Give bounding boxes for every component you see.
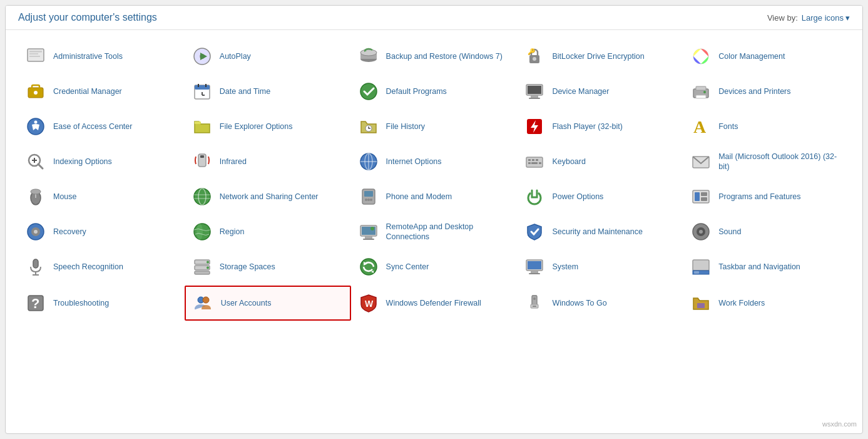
bitlocker-icon: 🔑 <box>523 45 546 68</box>
administrative-tools-label: Administrative Tools <box>53 51 123 61</box>
control-item-infrared[interactable]: Infrared <box>185 145 351 178</box>
indexing-options-icon <box>24 150 47 173</box>
autoplay-label: AutoPlay <box>220 51 251 61</box>
storage-spaces-icon <box>191 256 213 278</box>
control-item-devices-printers[interactable]: Devices and Printers <box>683 75 850 108</box>
control-item-bitlocker[interactable]: 🔑BitLocker Drive Encryption <box>517 40 683 73</box>
control-item-mouse[interactable]: Mouse <box>18 180 185 213</box>
control-item-taskbar-navigation[interactable]: Taskbar and Navigation <box>683 250 850 283</box>
svg-point-9 <box>360 49 377 56</box>
svg-point-68 <box>367 199 370 201</box>
windows-to-go-label: Windows To Go <box>552 298 606 308</box>
svg-rect-92 <box>195 271 210 274</box>
view-by-value: Large icons <box>802 13 844 23</box>
control-item-internet-options[interactable]: Internet Options <box>351 145 518 178</box>
control-item-administrative-tools[interactable]: Administrative Tools <box>18 40 185 73</box>
control-item-region[interactable]: Region <box>185 215 351 248</box>
work-folders-label: Work Folders <box>718 298 765 308</box>
svg-text:?: ? <box>31 296 39 311</box>
control-item-sync-center[interactable]: Sync Center <box>351 250 518 283</box>
view-by-container: View by: Large icons ▾ <box>767 13 850 23</box>
ease-of-access-icon <box>24 115 47 138</box>
infrared-icon <box>191 150 213 173</box>
svg-point-32 <box>703 91 706 93</box>
control-item-system[interactable]: System <box>517 250 683 283</box>
control-item-recovery[interactable]: Recovery <box>18 215 185 248</box>
sync-center-label: Sync Center <box>386 262 429 272</box>
svg-rect-99 <box>528 261 541 269</box>
security-maintenance-label: Security and Maintenance <box>552 227 643 237</box>
svg-rect-27 <box>531 95 538 98</box>
backup-restore-icon <box>357 45 380 68</box>
recovery-label: Recovery <box>53 227 86 237</box>
date-time-icon <box>191 80 213 103</box>
control-item-work-folders[interactable]: Work Folders <box>683 286 850 321</box>
security-maintenance-icon <box>523 220 546 243</box>
control-item-sound[interactable]: Sound <box>683 215 850 248</box>
control-item-security-maintenance[interactable]: Security and Maintenance <box>517 215 683 248</box>
svg-point-93 <box>207 261 209 264</box>
control-item-default-programs[interactable]: Default Programs <box>351 75 518 108</box>
recovery-icon <box>24 220 47 243</box>
flash-player-icon <box>523 115 546 138</box>
control-item-ease-of-access[interactable]: Ease of Access Center <box>18 110 185 143</box>
control-item-flash-player[interactable]: Flash Player (32-bit) <box>517 110 683 143</box>
control-item-keyboard[interactable]: Keyboard <box>517 145 683 178</box>
internet-options-icon <box>357 150 380 173</box>
svg-point-17 <box>34 91 38 95</box>
control-item-backup-restore[interactable]: Backup and Restore (Windows 7) <box>351 40 518 73</box>
control-item-file-explorer-options[interactable]: File Explorer Options <box>185 110 351 143</box>
control-item-speech-recognition[interactable]: Speech Recognition <box>18 250 185 283</box>
control-item-remoteapp[interactable]: RemoteApp and Desktop Connections <box>351 215 518 248</box>
svg-rect-3 <box>29 56 40 57</box>
user-accounts-icon <box>192 292 215 314</box>
troubleshooting-icon: ? <box>24 292 47 314</box>
control-item-troubleshooting[interactable]: ?Troubleshooting <box>18 286 185 321</box>
control-item-power-options[interactable]: Power Options <box>517 180 683 213</box>
svg-rect-71 <box>695 192 700 201</box>
control-item-user-accounts[interactable]: User Accounts <box>185 286 351 321</box>
control-item-credential-manager[interactable]: Credential Manager <box>18 75 185 108</box>
control-item-color-management[interactable]: Color Management <box>683 40 850 73</box>
control-item-indexing-options[interactable]: Indexing Options <box>18 145 185 178</box>
control-item-file-history[interactable]: File History <box>351 110 518 143</box>
view-by-label: View by: <box>767 13 798 23</box>
color-management-icon <box>690 45 712 68</box>
date-time-label: Date and Time <box>220 86 270 96</box>
svg-rect-19 <box>195 85 210 90</box>
storage-spaces-label: Storage Spaces <box>220 262 275 272</box>
items-grid: Administrative ToolsAutoPlayBackup and R… <box>18 40 850 321</box>
region-label: Region <box>220 227 245 237</box>
svg-point-69 <box>370 199 372 201</box>
network-sharing-icon <box>191 185 213 208</box>
fonts-icon: A <box>690 115 712 138</box>
control-item-storage-spaces[interactable]: Storage Spaces <box>185 250 351 283</box>
windows-to-go-icon <box>523 292 546 314</box>
view-by-dropdown[interactable]: Large icons ▾ <box>802 13 850 23</box>
svg-point-113 <box>533 297 536 300</box>
control-item-windows-defender[interactable]: WWindows Defender Firewall <box>351 286 518 321</box>
windows-defender-icon: W <box>357 292 380 314</box>
control-item-autoplay[interactable]: AutoPlay <box>185 40 351 73</box>
control-item-windows-to-go[interactable]: Windows To Go <box>517 286 683 321</box>
control-item-programs-features[interactable]: Programs and Features <box>683 180 850 213</box>
control-item-network-sharing[interactable]: Network and Sharing Center <box>185 180 351 213</box>
control-item-mail[interactable]: Mail (Microsoft Outlook 2016) (32-bit) <box>683 145 850 178</box>
control-item-device-manager[interactable]: Device Manager <box>517 75 683 108</box>
svg-rect-114 <box>533 306 536 307</box>
svg-rect-73 <box>701 197 707 201</box>
keyboard-label: Keyboard <box>552 157 586 167</box>
system-label: System <box>552 262 578 272</box>
sync-center-icon <box>357 256 380 278</box>
svg-point-67 <box>365 199 367 201</box>
control-item-date-time[interactable]: Date and Time <box>185 75 351 108</box>
svg-text:W: W <box>365 299 374 309</box>
sound-label: Sound <box>718 227 741 237</box>
region-icon <box>191 220 213 243</box>
watermark: wsxdn.com <box>822 420 857 428</box>
power-options-icon <box>523 185 546 208</box>
control-item-phone-modem[interactable]: Phone and Modem <box>351 180 518 213</box>
control-item-fonts[interactable]: AFonts <box>683 110 850 143</box>
administrative-tools-icon <box>24 45 47 68</box>
svg-rect-54 <box>528 162 531 164</box>
